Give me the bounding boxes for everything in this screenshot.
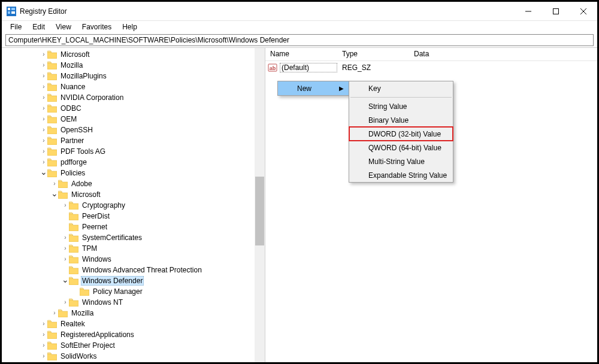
tree-item[interactable]: ⌄Policies [2, 168, 265, 178]
list-pane[interactable]: Name Type Data (Default)REG_SZ New ▶ Key… [265, 48, 597, 362]
address-text: Computer\HKEY_LOCAL_MACHINE\SOFTWARE\Pol… [8, 36, 289, 44]
chevron-right-icon[interactable]: › [62, 235, 69, 241]
context-menu-item-new[interactable]: New ▶ [278, 81, 349, 95]
tree-item[interactable]: ›pdfforge [2, 157, 265, 168]
tree-item[interactable]: ›Policy Manager [2, 286, 265, 297]
context-submenu-label: Key [368, 84, 381, 93]
chevron-right-icon[interactable]: › [62, 245, 69, 251]
menu-edit[interactable]: Edit [28, 22, 50, 32]
chevron-right-icon[interactable]: › [51, 310, 58, 316]
content-area: ›Microsoft›Mozilla›MozillaPlugins›Nuance… [2, 47, 597, 362]
chevron-right-icon[interactable]: › [40, 127, 47, 133]
tree-item[interactable]: ›MozillaPlugins [2, 71, 265, 81]
tree-scrollbar[interactable] [255, 48, 265, 362]
tree-item[interactable]: ›Windows [2, 254, 265, 265]
chevron-right-icon[interactable]: › [62, 256, 69, 262]
submenu-arrow-icon: ▶ [339, 85, 344, 92]
context-submenu-item[interactable]: Multi-String Value [349, 154, 453, 168]
context-submenu-item[interactable]: QWORD (64-bit) Value [349, 141, 453, 154]
chevron-right-icon[interactable]: › [40, 51, 47, 57]
tree-item[interactable]: ›Adobe [2, 178, 265, 189]
tree-item[interactable]: ›SystemCertificates [2, 232, 265, 243]
scroll-thumb[interactable] [255, 177, 264, 245]
chevron-down-icon[interactable]: ⌄ [51, 189, 58, 198]
chevron-right-icon[interactable]: › [62, 299, 69, 305]
tree-item[interactable]: ⌄Microsoft [2, 189, 265, 200]
tree-item[interactable]: ›NVIDIA Corporation [2, 92, 265, 103]
menu-file[interactable]: File [5, 22, 26, 32]
folder-icon [47, 61, 57, 69]
tree-item[interactable]: ›Windows NT [2, 297, 265, 308]
tree-item-label: Cryptography [81, 201, 126, 210]
menu-view[interactable]: View [51, 22, 76, 32]
chevron-right-icon[interactable]: › [40, 73, 47, 79]
chevron-right-icon[interactable]: › [40, 148, 47, 154]
tree-item[interactable]: ›PeerDist [2, 211, 265, 222]
value-row[interactable]: (Default)REG_SZ [268, 62, 595, 73]
chevron-right-icon[interactable]: › [40, 116, 47, 122]
tree-item[interactable]: ›OEM [2, 114, 265, 125]
chevron-right-icon[interactable]: › [40, 62, 47, 68]
context-submenu-item[interactable]: Expandable String Value [349, 168, 453, 182]
tree-item-label: Realtek [59, 320, 86, 328]
tree-item-label: Windows Defender [81, 276, 144, 286]
tree-item-label: Microsoft [59, 50, 91, 59]
tree-item[interactable]: ›TPM [2, 243, 265, 254]
tree-item[interactable]: ›Windows Advanced Threat Protection [2, 265, 265, 275]
svg-rect-2 [11, 8, 15, 10]
chevron-right-icon[interactable]: › [40, 342, 47, 348]
tree-item[interactable]: ›Partner [2, 135, 265, 146]
folder-icon [47, 158, 57, 166]
folder-icon [47, 50, 57, 59]
column-data[interactable]: Data [409, 48, 597, 60]
tree-item[interactable]: ›SolidWorks [2, 351, 265, 362]
close-button[interactable] [570, 2, 597, 20]
tree-item[interactable]: ›Mozilla [2, 60, 265, 71]
tree-item[interactable]: ›Mozilla [2, 308, 265, 318]
menu-help[interactable]: Help [117, 22, 142, 32]
context-submenu-item[interactable]: Key [349, 81, 453, 95]
registry-editor-window: Registry Editor FileEditViewFavoritesHel… [0, 0, 599, 364]
column-name[interactable]: Name [265, 48, 337, 60]
tree-item[interactable]: ›Nuance [2, 81, 265, 92]
chevron-right-icon[interactable]: › [62, 202, 69, 208]
chevron-right-icon[interactable]: › [40, 159, 47, 165]
maximize-button[interactable] [542, 2, 570, 20]
tree-item-label: Mozilla [70, 309, 95, 317]
chevron-right-icon[interactable]: › [40, 84, 47, 90]
column-type[interactable]: Type [337, 48, 409, 60]
tree-item[interactable]: ›PDF Tools AG [2, 146, 265, 157]
folder-icon [69, 212, 78, 220]
tree-item[interactable]: ›SoftEther Project [2, 340, 265, 351]
tree-pane[interactable]: ›Microsoft›Mozilla›MozillaPlugins›Nuance… [2, 48, 265, 362]
chevron-right-icon[interactable]: › [40, 95, 47, 101]
chevron-down-icon[interactable]: ⌄ [40, 168, 47, 176]
chevron-down-icon[interactable]: ⌄ [62, 275, 69, 284]
context-submenu-item[interactable]: DWORD (32-bit) Value [349, 127, 453, 141]
window-controls [515, 2, 597, 20]
tree-item[interactable]: ›Peernet [2, 222, 265, 232]
tree-item[interactable]: ⌄Windows Defender [2, 275, 265, 286]
folder-icon [58, 309, 68, 317]
folder-icon [58, 190, 68, 199]
tree-item[interactable]: ›Realtek [2, 318, 265, 329]
chevron-right-icon[interactable]: › [40, 353, 47, 359]
chevron-right-icon[interactable]: › [40, 105, 47, 111]
tree-item-label: SoftEther Project [59, 341, 116, 350]
tree-item[interactable]: ›ODBC [2, 103, 265, 114]
context-submenu-item[interactable]: Binary Value [349, 113, 453, 127]
minimize-button[interactable] [515, 2, 542, 20]
context-submenu-item[interactable]: String Value [349, 99, 453, 113]
folder-icon [47, 330, 57, 339]
chevron-right-icon[interactable]: › [51, 181, 58, 187]
chevron-right-icon[interactable]: › [40, 321, 47, 327]
chevron-right-icon[interactable]: › [40, 138, 47, 144]
tree-item[interactable]: ›Cryptography [2, 200, 265, 211]
menu-favorites[interactable]: Favorites [77, 22, 116, 32]
address-bar[interactable]: Computer\HKEY_LOCAL_MACHINE\SOFTWARE\Pol… [5, 34, 594, 46]
tree-item[interactable]: ›Microsoft [2, 49, 265, 60]
tree-item[interactable]: ›RegisteredApplications [2, 329, 265, 340]
tree-item[interactable]: ›OpenSSH [2, 125, 265, 135]
chevron-right-icon[interactable]: › [40, 332, 47, 338]
folder-icon [69, 277, 78, 285]
